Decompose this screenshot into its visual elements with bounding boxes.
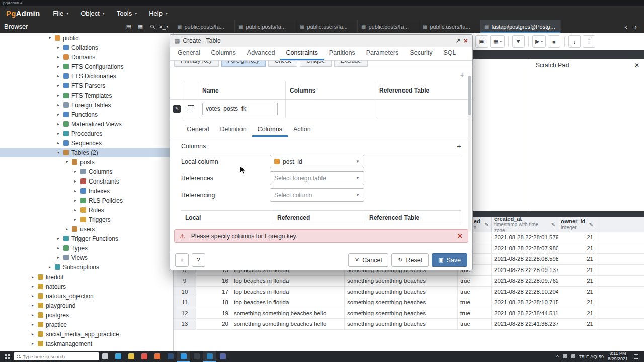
owner-id-column-header[interactable]: owner_id integer ✎ [558,217,596,232]
tree-item[interactable]: ▸ Columns [0,167,173,176]
created-at-cell[interactable]: 2021-08-28 22:28:07.9801 [492,243,558,254]
tray-icon[interactable] [563,354,567,358]
chevron-icon[interactable]: ▸ [56,55,61,59]
taskbar-app[interactable] [151,351,164,362]
cancel-button[interactable]: ✕ Cancel [348,253,388,267]
save-icon[interactable]: ▣ [475,35,488,48]
taskbar-app[interactable] [203,351,216,362]
published-cell[interactable]: true [458,308,492,319]
search-icon[interactable] [147,22,157,32]
tree-item[interactable]: ▾ posts [0,157,173,167]
download-icon[interactable]: ↓ [568,35,581,48]
references-select[interactable]: Select foreign table ▼ [270,171,364,185]
stop-icon[interactable]: ■ [548,35,560,48]
sql-help-button[interactable]: i [175,253,189,267]
table-row[interactable]: 9 16 top beaches in florida something so… [174,276,644,287]
add-constraint-icon[interactable]: + [460,71,464,78]
constraint-type-tab[interactable]: Foreign Key [221,61,266,67]
owner-id-cell[interactable]: 21 [558,287,596,297]
notification-center-button[interactable] [632,354,640,359]
menu-item[interactable]: Help ▾ [143,6,174,20]
taskbar-app[interactable] [125,351,138,362]
tree-item[interactable]: ▾ public [0,33,173,43]
close-icon[interactable]: × [464,37,468,45]
tree-item[interactable]: ▸ RLS Policies [0,196,173,205]
constraint-type-tab[interactable]: Check [268,61,298,67]
id-cell[interactable]: 16 [196,276,231,286]
chevron-icon[interactable]: ▸ [30,322,35,327]
created-at-cell[interactable]: 2021-08-28 22:28:08.5981 [492,254,558,264]
row-number-cell[interactable]: 12 [174,308,196,319]
taskbar-app[interactable] [138,351,151,362]
chevron-icon[interactable]: ▸ [30,341,35,346]
tree-item[interactable]: ▸ Rules [0,205,173,215]
published-cell[interactable]: true [458,287,492,297]
execute-play-icon[interactable]: ▶▾ [532,35,546,48]
tree-item[interactable]: ▸ Procedures [0,129,173,138]
dialog-tab[interactable]: General [172,47,205,60]
owner-id-cell[interactable]: 21 [558,319,596,329]
row-number-cell[interactable]: 9 [174,276,196,286]
tree-item[interactable]: ▸ Views [0,253,173,262]
object-grid-icon[interactable]: ▦ [135,22,145,32]
owner-id-cell[interactable]: 21 [558,265,596,276]
sidebar-toggle-icon[interactable]: ▤ [124,22,134,32]
id-cell[interactable]: 17 [196,287,231,297]
tree-item[interactable]: ▸ Materialized Views [0,119,173,129]
owner-id-cell[interactable]: 21 [558,232,596,243]
taskbar-app[interactable] [99,351,112,362]
tree-item[interactable]: ▸ users [0,224,173,234]
weather-widget[interactable]: 75°F AQ 59 [579,354,604,359]
edit-grid-icon[interactable]: ▦▾ [490,35,505,48]
id-cell[interactable]: 19 [196,308,231,319]
chevron-icon[interactable]: ▸ [56,255,61,260]
constraint-type-tab[interactable]: Primary Key [174,61,219,67]
constraint-subtab[interactable]: Definition [214,123,252,137]
tree-item[interactable]: ▸ FTS Configurations [0,62,173,71]
dialog-scrollbar[interactable] [468,76,471,232]
constraint-subtab[interactable]: Action [288,123,316,137]
chevron-icon[interactable]: ▸ [73,208,78,212]
created-at-cell[interactable]: 2021-08-28 22:28:09.1371 [492,265,558,276]
query-tab[interactable]: ▦ public.users/fa... [419,20,480,33]
table-row[interactable]: 12 19 something something beaches hello … [174,308,644,319]
created-at-cell[interactable]: 2021-08-28 22:28:01.5794 [492,232,558,243]
taskbar-app[interactable] [177,351,190,362]
title-cell[interactable]: top beaches in florida [231,276,345,286]
published-cell[interactable]: true [458,297,492,308]
delete-row-icon[interactable] [189,106,193,111]
chevron-icon[interactable]: ▸ [56,103,61,107]
created-at-cell[interactable]: 2021-08-28 22:28:10.2047 [492,287,558,297]
query-tab[interactable]: ▦ public.posts/fa... [358,20,419,33]
row-number-cell[interactable]: 11 [174,297,196,308]
chevron-icon[interactable]: ▸ [73,179,78,184]
chevron-icon[interactable]: ▾ [56,150,61,155]
table-row[interactable]: 10 17 top beaches in florida something s… [174,287,644,298]
tree-item[interactable]: ▸ Trigger Functions [0,234,173,243]
chevron-icon[interactable]: ▸ [56,93,61,98]
start-button[interactable] [0,351,14,362]
query-tab[interactable]: ▦ public.posts/fa... [174,20,235,33]
chevron-icon[interactable]: ▸ [56,74,61,78]
row-number-cell[interactable]: 13 [174,319,196,329]
menu-item[interactable]: Object ▾ [74,6,111,20]
id-cell[interactable]: 20 [196,319,231,329]
owner-id-cell[interactable]: 21 [558,254,596,264]
table-row[interactable]: 13 20 something something beaches hello … [174,319,644,330]
chevron-icon[interactable]: ▸ [56,141,61,145]
edit-pencil-icon[interactable]: ✎ [485,222,489,227]
tree-item[interactable]: ▸ practice [0,320,173,329]
title-cell[interactable]: top beaches in florida [231,297,345,308]
content-cell[interactable]: something soemthing beaches [345,276,458,286]
tree-item[interactable]: ▾ Tables (2) [0,148,173,157]
tree-item[interactable]: ▸ taskmanagement [0,339,173,348]
query-tool-icon[interactable]: >_▾ [158,22,169,32]
row-number-cell[interactable]: 10 [174,287,196,297]
filter-icon[interactable] [512,35,525,48]
tree-item[interactable]: ▸ natours_objection [0,291,173,301]
tree-item[interactable]: ▸ FTS Templates [0,90,173,100]
tree-item[interactable]: ▸ playground [0,301,173,310]
menu-item[interactable]: Tools ▾ [111,6,143,20]
tree-item[interactable]: ▸ FTS Parsers [0,81,173,90]
chevron-icon[interactable]: ▸ [73,169,78,174]
